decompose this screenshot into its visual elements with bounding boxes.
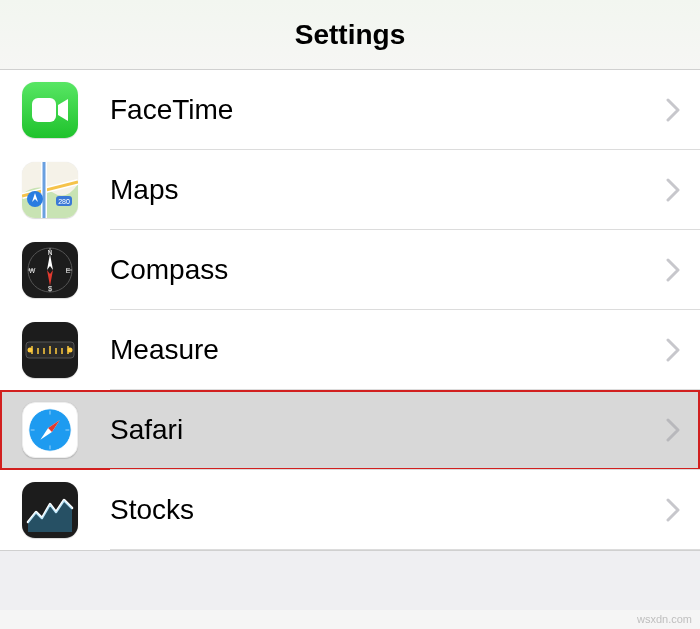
facetime-icon [22, 82, 78, 138]
chevron-right-icon [666, 258, 680, 282]
row-label: Measure [110, 334, 666, 366]
maps-icon: 280 [22, 162, 78, 218]
svg-text:E: E [66, 267, 71, 274]
page-title: Settings [295, 19, 405, 51]
watermark: wsxdn.com [637, 613, 692, 625]
row-maps[interactable]: 280 Maps [0, 150, 700, 230]
svg-point-23 [68, 348, 73, 353]
row-label: Safari [110, 414, 666, 446]
chevron-right-icon [666, 178, 680, 202]
settings-header: Settings [0, 0, 700, 70]
svg-text:S: S [48, 285, 53, 292]
chevron-right-icon [666, 418, 680, 442]
row-facetime[interactable]: FaceTime [0, 70, 700, 150]
list-footer-gap [0, 550, 700, 610]
settings-list: FaceTime 280 Maps [0, 70, 700, 550]
row-stocks[interactable]: Stocks [0, 470, 700, 550]
chevron-right-icon [666, 498, 680, 522]
measure-icon [22, 322, 78, 378]
svg-text:W: W [29, 267, 36, 274]
row-label: Stocks [110, 494, 666, 526]
row-compass[interactable]: N S W E Compass [0, 230, 700, 310]
chevron-right-icon [666, 338, 680, 362]
chevron-right-icon [666, 98, 680, 122]
safari-icon [22, 402, 78, 458]
svg-rect-0 [32, 98, 56, 122]
stocks-icon [22, 482, 78, 538]
compass-icon: N S W E [22, 242, 78, 298]
row-label: Maps [110, 174, 666, 206]
svg-text:280: 280 [58, 198, 70, 205]
row-label: Compass [110, 254, 666, 286]
row-measure[interactable]: Measure [0, 310, 700, 390]
row-safari[interactable]: Safari [0, 390, 700, 470]
row-label: FaceTime [110, 94, 666, 126]
svg-point-22 [28, 348, 33, 353]
